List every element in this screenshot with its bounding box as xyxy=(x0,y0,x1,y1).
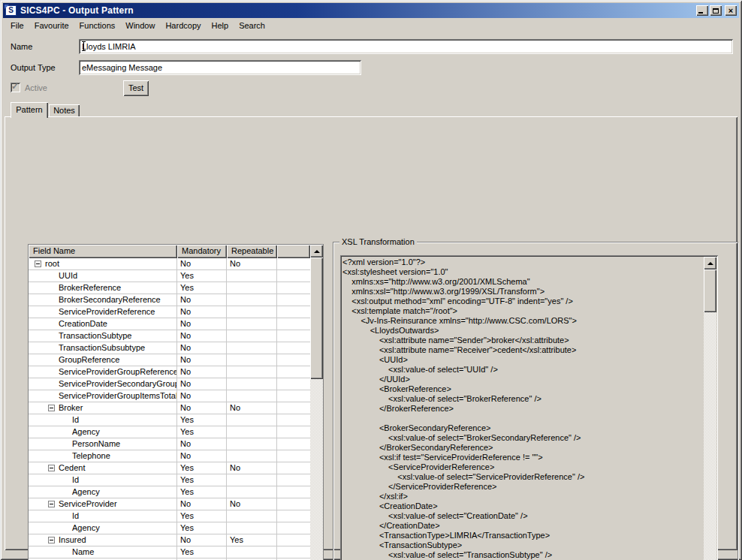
field-name: Insured xyxy=(59,534,86,546)
blank-cell xyxy=(277,474,310,486)
window-controls: × xyxy=(696,5,737,16)
output-type-value: eMessaging Message xyxy=(82,63,162,72)
table-row[interactable]: IdYes xyxy=(29,414,310,426)
table-row[interactable]: ServiceProviderGroupItemsTotalNo xyxy=(29,390,310,402)
field-name-cell: Telephone xyxy=(29,450,177,462)
column-header-field-name[interactable]: Field Name xyxy=(29,245,177,258)
table-row[interactable]: rootNoNo xyxy=(29,258,310,270)
xsl-text-area[interactable]: <?xml version="1.0"?><xsl:stylesheet ver… xyxy=(340,255,718,560)
menu-hardcopy[interactable]: Hardcopy xyxy=(165,21,201,30)
field-table-header: Field NameMandatoryRepeatable xyxy=(29,245,310,258)
test-button[interactable]: Test xyxy=(123,80,149,96)
mandatory-cell: No xyxy=(177,390,227,402)
xsl-code-line: </UUId> xyxy=(342,375,702,384)
column-header-repeatable[interactable]: Repeatable xyxy=(227,245,277,258)
xsl-code-line: <ServiceProviderReference> xyxy=(342,462,702,472)
table-row[interactable]: ServiceProviderGroupReferenceNo xyxy=(29,366,310,378)
collapse-icon[interactable] xyxy=(48,405,55,411)
close-button[interactable]: × xyxy=(725,5,737,16)
scroll-thumb[interactable] xyxy=(704,269,716,312)
minimize-button[interactable] xyxy=(696,5,708,16)
table-row[interactable]: TransactionSubtypeNo xyxy=(29,330,310,342)
menu-file[interactable]: File xyxy=(11,21,24,30)
table-row[interactable]: GroupReferenceNo xyxy=(29,354,310,366)
table-row[interactable]: NameYes xyxy=(29,546,310,558)
tab-notes[interactable]: Notes xyxy=(49,104,80,117)
xsl-code-line: </ServiceProviderReference> xyxy=(342,482,702,492)
table-row[interactable]: ServiceProviderSecondaryGroupINo xyxy=(29,378,310,390)
repeatable-cell xyxy=(227,366,277,378)
table-row[interactable]: TransactionSubsubtypeNo xyxy=(29,342,310,354)
scroll-track[interactable] xyxy=(704,269,716,560)
maximize-button[interactable] xyxy=(710,5,722,16)
scroll-up-button[interactable] xyxy=(310,245,323,257)
mandatory-cell: Yes xyxy=(177,282,227,294)
table-row[interactable]: TelephoneNo xyxy=(29,450,310,462)
repeatable-cell xyxy=(227,330,277,342)
table-row[interactable]: IdYes xyxy=(29,474,310,486)
table-row[interactable]: CreationDateNo xyxy=(29,318,310,330)
menu-help[interactable]: Help xyxy=(212,21,229,30)
menu-functions[interactable]: Functions xyxy=(80,21,116,30)
menu-favourite[interactable]: Favourite xyxy=(35,21,69,30)
name-input[interactable]: Lloyds LIMRIA xyxy=(79,39,733,54)
blank-cell xyxy=(277,426,310,438)
table-row[interactable]: AgencyYes xyxy=(29,486,310,498)
table-row[interactable]: InsuredNoYes xyxy=(29,534,310,546)
field-name: UUId xyxy=(59,270,77,282)
blank-cell xyxy=(277,510,310,522)
scroll-thumb[interactable] xyxy=(310,257,323,379)
repeatable-cell xyxy=(227,378,277,390)
column-header-mandatory[interactable]: Mandatory xyxy=(177,245,227,258)
repeatable-cell: No xyxy=(227,258,277,270)
blank-cell xyxy=(277,270,310,282)
mandatory-cell: No xyxy=(177,402,227,414)
table-row[interactable]: CedentYesNo xyxy=(29,462,310,474)
field-name-cell: ServiceProviderReference xyxy=(29,306,177,318)
table-row[interactable]: IdYes xyxy=(29,510,310,522)
repeatable-cell xyxy=(227,474,277,486)
table-row[interactable]: BrokerSecondaryReferenceNo xyxy=(29,294,310,306)
field-name-cell: Name xyxy=(29,546,177,558)
collapse-icon[interactable] xyxy=(48,537,55,543)
tab-pattern[interactable]: Pattern xyxy=(11,102,48,118)
field-name: ServiceProviderGroupReference xyxy=(59,366,177,378)
repeatable-cell xyxy=(227,522,277,534)
table-row[interactable]: UUIdYes xyxy=(29,270,310,282)
output-type-input[interactable]: eMessaging Message xyxy=(79,60,361,75)
table-row[interactable]: AgencyYes xyxy=(29,522,310,534)
menu-search[interactable]: Search xyxy=(239,21,265,30)
field-name: Id xyxy=(72,414,79,426)
blank-cell xyxy=(277,462,310,474)
groupbox-title: XSL Transformation xyxy=(339,237,417,246)
collapse-icon[interactable] xyxy=(35,260,41,267)
mandatory-cell: No xyxy=(177,378,227,390)
field-name: Id xyxy=(72,474,79,486)
column-header-blank[interactable] xyxy=(277,245,310,258)
xsl-code-line: <xsl:value-of select="ServiceProviderRef… xyxy=(342,472,702,482)
mandatory-cell: Yes xyxy=(177,546,227,558)
xsl-code-line: <xsl:template match="/root"> xyxy=(342,306,702,316)
blank-cell xyxy=(277,486,310,498)
field-name: Cedent xyxy=(59,462,85,474)
table-row[interactable]: BrokerNoNo xyxy=(29,402,310,414)
collapse-icon[interactable] xyxy=(48,501,55,507)
table-row[interactable]: AgencyYes xyxy=(29,426,310,438)
scroll-up-button[interactable] xyxy=(704,257,716,269)
repeatable-cell xyxy=(227,270,277,282)
field-name: root xyxy=(45,258,59,269)
table-row[interactable]: BrokerReferenceYes xyxy=(29,282,310,294)
menu-window[interactable]: Window xyxy=(125,21,155,30)
table-row[interactable]: PersonNameNo xyxy=(29,438,310,450)
arrow-up-icon xyxy=(707,262,713,265)
text-cursor-ibeam xyxy=(82,41,86,51)
table-row[interactable]: ServiceProviderNoNo xyxy=(29,498,310,510)
repeatable-cell xyxy=(227,306,277,318)
field-name: GroupReference xyxy=(59,354,119,366)
xsl-code-line: <Jv-Ins-Reinsurance xmlns="http://www.CS… xyxy=(342,316,702,326)
repeatable-cell xyxy=(227,354,277,366)
blank-cell xyxy=(277,402,310,414)
table-row[interactable]: ServiceProviderReferenceNo xyxy=(29,306,310,318)
field-name-cell: TransactionSubtype xyxy=(29,330,177,342)
collapse-icon[interactable] xyxy=(48,465,55,471)
